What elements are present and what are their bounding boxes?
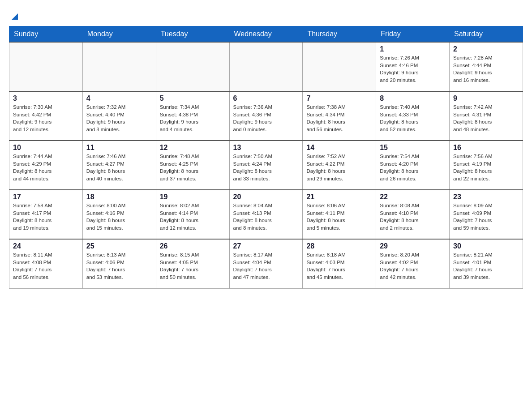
day-number: 22 <box>380 193 446 201</box>
column-header-sunday: Sunday <box>9 26 83 43</box>
day-number: 12 <box>160 144 226 152</box>
day-info: Sunrise: 7:34 AM Sunset: 4:38 PM Dayligh… <box>160 103 226 133</box>
day-number: 5 <box>160 94 226 103</box>
calendar-cell: 9Sunrise: 7:42 AM Sunset: 4:31 PM Daylig… <box>450 91 523 141</box>
calendar-cell: 1Sunrise: 7:26 AM Sunset: 4:46 PM Daylig… <box>376 42 450 91</box>
day-number: 19 <box>160 193 226 201</box>
calendar-cell: 20Sunrise: 8:04 AM Sunset: 4:13 PM Dayli… <box>229 190 303 239</box>
day-number: 10 <box>13 144 79 152</box>
calendar-cell: 23Sunrise: 8:09 AM Sunset: 4:09 PM Dayli… <box>450 190 523 239</box>
day-info: Sunrise: 7:52 AM Sunset: 4:22 PM Dayligh… <box>306 153 372 183</box>
page-header <box>9 9 523 21</box>
week-row-1: 1Sunrise: 7:26 AM Sunset: 4:46 PM Daylig… <box>9 42 523 91</box>
day-number: 14 <box>306 144 372 152</box>
day-number: 23 <box>453 193 519 201</box>
day-info: Sunrise: 7:56 AM Sunset: 4:19 PM Dayligh… <box>453 153 519 183</box>
day-number: 28 <box>306 242 372 250</box>
day-number: 26 <box>160 242 226 250</box>
day-info: Sunrise: 8:09 AM Sunset: 4:09 PM Dayligh… <box>453 202 519 232</box>
day-info: Sunrise: 8:15 AM Sunset: 4:05 PM Dayligh… <box>160 251 226 281</box>
day-info: Sunrise: 7:36 AM Sunset: 4:36 PM Dayligh… <box>233 103 299 133</box>
calendar-cell: 25Sunrise: 8:13 AM Sunset: 4:06 PM Dayli… <box>82 239 156 288</box>
day-info: Sunrise: 7:46 AM Sunset: 4:27 PM Dayligh… <box>86 153 152 183</box>
calendar-cell: 15Sunrise: 7:54 AM Sunset: 4:20 PM Dayli… <box>376 141 450 190</box>
day-info: Sunrise: 7:30 AM Sunset: 4:42 PM Dayligh… <box>13 103 79 133</box>
calendar-cell: 29Sunrise: 8:20 AM Sunset: 4:02 PM Dayli… <box>376 239 450 288</box>
day-number: 17 <box>13 193 79 201</box>
day-info: Sunrise: 8:17 AM Sunset: 4:04 PM Dayligh… <box>233 251 299 281</box>
day-info: Sunrise: 7:44 AM Sunset: 4:29 PM Dayligh… <box>13 153 79 183</box>
day-number: 3 <box>13 94 79 103</box>
calendar-cell: 5Sunrise: 7:34 AM Sunset: 4:38 PM Daylig… <box>156 91 229 141</box>
day-info: Sunrise: 8:02 AM Sunset: 4:14 PM Dayligh… <box>160 202 226 232</box>
calendar-cell: 6Sunrise: 7:36 AM Sunset: 4:36 PM Daylig… <box>229 91 303 141</box>
day-number: 25 <box>86 242 152 250</box>
calendar-table: SundayMondayTuesdayWednesdayThursdayFrid… <box>9 26 523 289</box>
calendar-cell: 22Sunrise: 8:08 AM Sunset: 4:10 PM Dayli… <box>376 190 450 239</box>
column-header-saturday: Saturday <box>450 26 523 43</box>
day-info: Sunrise: 7:54 AM Sunset: 4:20 PM Dayligh… <box>380 153 446 183</box>
calendar-cell: 17Sunrise: 7:58 AM Sunset: 4:17 PM Dayli… <box>9 190 83 239</box>
day-info: Sunrise: 7:58 AM Sunset: 4:17 PM Dayligh… <box>13 202 79 232</box>
day-info: Sunrise: 7:32 AM Sunset: 4:40 PM Dayligh… <box>86 103 152 133</box>
day-info: Sunrise: 7:28 AM Sunset: 4:44 PM Dayligh… <box>453 54 519 84</box>
calendar-cell: 10Sunrise: 7:44 AM Sunset: 4:29 PM Dayli… <box>9 141 83 190</box>
day-info: Sunrise: 8:11 AM Sunset: 4:08 PM Dayligh… <box>13 251 79 281</box>
calendar-cell: 19Sunrise: 8:02 AM Sunset: 4:14 PM Dayli… <box>156 190 229 239</box>
column-header-monday: Monday <box>82 26 156 43</box>
day-info: Sunrise: 8:04 AM Sunset: 4:13 PM Dayligh… <box>233 202 299 232</box>
day-number: 8 <box>380 94 446 103</box>
day-info: Sunrise: 7:42 AM Sunset: 4:31 PM Dayligh… <box>453 103 519 133</box>
week-row-5: 24Sunrise: 8:11 AM Sunset: 4:08 PM Dayli… <box>9 239 523 288</box>
day-info: Sunrise: 8:21 AM Sunset: 4:01 PM Dayligh… <box>453 251 519 281</box>
day-number: 15 <box>380 144 446 152</box>
day-number: 9 <box>453 94 519 103</box>
day-info: Sunrise: 8:13 AM Sunset: 4:06 PM Dayligh… <box>86 251 152 281</box>
day-number: 1 <box>380 45 446 53</box>
day-number: 21 <box>306 193 372 201</box>
day-number: 18 <box>86 193 152 201</box>
calendar-cell: 7Sunrise: 7:38 AM Sunset: 4:34 PM Daylig… <box>303 91 376 141</box>
day-info: Sunrise: 7:26 AM Sunset: 4:46 PM Dayligh… <box>380 54 446 84</box>
day-number: 24 <box>13 242 79 250</box>
calendar-cell <box>303 42 376 91</box>
week-row-2: 3Sunrise: 7:30 AM Sunset: 4:42 PM Daylig… <box>9 91 523 141</box>
calendar-cell: 18Sunrise: 8:00 AM Sunset: 4:16 PM Dayli… <box>82 190 156 239</box>
calendar-cell: 11Sunrise: 7:46 AM Sunset: 4:27 PM Dayli… <box>82 141 156 190</box>
day-info: Sunrise: 8:08 AM Sunset: 4:10 PM Dayligh… <box>380 202 446 232</box>
day-number: 16 <box>453 144 519 152</box>
calendar-cell: 27Sunrise: 8:17 AM Sunset: 4:04 PM Dayli… <box>229 239 303 288</box>
calendar-cell: 26Sunrise: 8:15 AM Sunset: 4:05 PM Dayli… <box>156 239 229 288</box>
day-number: 7 <box>306 94 372 103</box>
calendar-cell <box>82 42 156 91</box>
day-info: Sunrise: 8:20 AM Sunset: 4:02 PM Dayligh… <box>380 251 446 281</box>
column-header-friday: Friday <box>376 26 450 43</box>
calendar-cell <box>229 42 303 91</box>
calendar-header-row: SundayMondayTuesdayWednesdayThursdayFrid… <box>9 26 523 43</box>
day-info: Sunrise: 8:00 AM Sunset: 4:16 PM Dayligh… <box>86 202 152 232</box>
calendar-cell: 30Sunrise: 8:21 AM Sunset: 4:01 PM Dayli… <box>450 239 523 288</box>
logo <box>9 9 20 21</box>
calendar-cell: 4Sunrise: 7:32 AM Sunset: 4:40 PM Daylig… <box>82 91 156 141</box>
calendar-cell: 28Sunrise: 8:18 AM Sunset: 4:03 PM Dayli… <box>303 239 376 288</box>
calendar-cell: 12Sunrise: 7:48 AM Sunset: 4:25 PM Dayli… <box>156 141 229 190</box>
logo-triangle-icon <box>10 12 20 21</box>
day-info: Sunrise: 7:38 AM Sunset: 4:34 PM Dayligh… <box>306 103 372 133</box>
day-number: 11 <box>86 144 152 152</box>
calendar-cell <box>156 42 229 91</box>
column-header-thursday: Thursday <box>303 26 376 43</box>
day-number: 30 <box>453 242 519 250</box>
day-number: 20 <box>233 193 299 201</box>
day-info: Sunrise: 8:06 AM Sunset: 4:11 PM Dayligh… <box>306 202 372 232</box>
day-info: Sunrise: 7:48 AM Sunset: 4:25 PM Dayligh… <box>160 153 226 183</box>
day-info: Sunrise: 8:18 AM Sunset: 4:03 PM Dayligh… <box>306 251 372 281</box>
day-number: 13 <box>233 144 299 152</box>
calendar-cell: 14Sunrise: 7:52 AM Sunset: 4:22 PM Dayli… <box>303 141 376 190</box>
day-number: 4 <box>86 94 152 103</box>
calendar-cell: 13Sunrise: 7:50 AM Sunset: 4:24 PM Dayli… <box>229 141 303 190</box>
week-row-4: 17Sunrise: 7:58 AM Sunset: 4:17 PM Dayli… <box>9 190 523 239</box>
calendar-cell: 2Sunrise: 7:28 AM Sunset: 4:44 PM Daylig… <box>450 42 523 91</box>
calendar-cell: 3Sunrise: 7:30 AM Sunset: 4:42 PM Daylig… <box>9 91 83 141</box>
column-header-tuesday: Tuesday <box>156 26 229 43</box>
day-number: 2 <box>453 45 519 53</box>
